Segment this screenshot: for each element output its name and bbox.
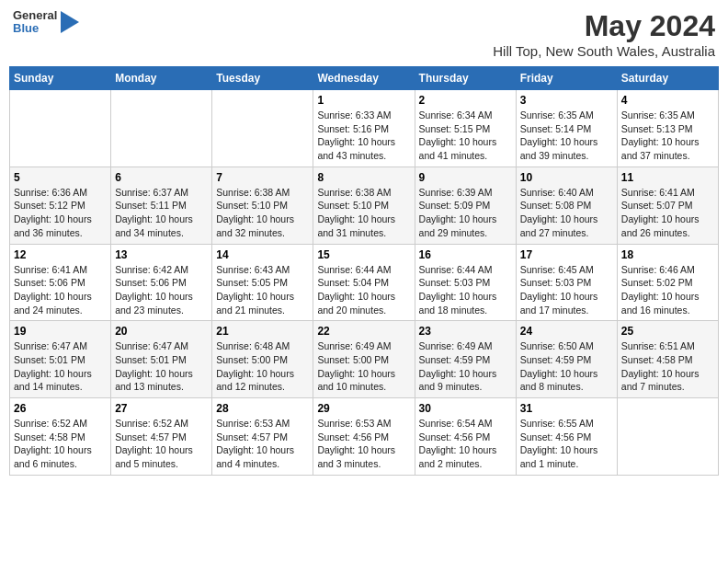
calendar-cell [111,90,212,167]
week-row-2: 5Sunrise: 6:36 AMSunset: 5:12 PMDaylight… [10,167,719,244]
calendar-cell: 18Sunrise: 6:46 AMSunset: 5:02 PMDayligh… [617,244,718,321]
calendar-cell: 17Sunrise: 6:45 AMSunset: 5:03 PMDayligh… [516,244,617,321]
calendar-cell: 20Sunrise: 6:47 AMSunset: 5:01 PMDayligh… [111,321,212,398]
calendar-cell: 2Sunrise: 6:34 AMSunset: 5:15 PMDaylight… [415,90,516,167]
weekday-header-tuesday: Tuesday [212,67,313,90]
week-row-3: 12Sunrise: 6:41 AMSunset: 5:06 PMDayligh… [10,244,719,321]
calendar-cell: 30Sunrise: 6:54 AMSunset: 4:56 PMDayligh… [415,398,516,476]
day-info: Sunrise: 6:54 AMSunset: 4:56 PMDaylight:… [419,417,512,471]
page-header: General Blue May 2024 Hill Top, New Sout… [9,9,719,59]
logo-icon [61,11,79,33]
week-row-5: 26Sunrise: 6:52 AMSunset: 4:58 PMDayligh… [10,398,719,476]
logo-line1: General [13,9,57,22]
calendar-cell: 22Sunrise: 6:49 AMSunset: 5:00 PMDayligh… [313,321,415,398]
day-number: 31 [520,402,613,415]
day-info: Sunrise: 6:48 AMSunset: 5:00 PMDaylight:… [216,339,309,394]
calendar-cell: 8Sunrise: 6:38 AMSunset: 5:10 PMDaylight… [313,167,415,244]
day-info: Sunrise: 6:53 AMSunset: 4:56 PMDaylight:… [317,417,410,471]
calendar-cell: 29Sunrise: 6:53 AMSunset: 4:56 PMDayligh… [313,398,415,476]
day-info: Sunrise: 6:47 AMSunset: 5:01 PMDaylight:… [14,339,107,394]
calendar-cell [10,90,111,167]
day-number: 23 [419,325,512,338]
day-number: 28 [216,402,309,415]
calendar-cell: 16Sunrise: 6:44 AMSunset: 5:03 PMDayligh… [415,244,516,321]
day-number: 4 [621,94,714,107]
logo-line2: Blue [13,22,57,35]
day-info: Sunrise: 6:50 AMSunset: 4:59 PMDaylight:… [520,339,613,394]
day-number: 20 [115,325,208,338]
calendar-table: SundayMondayTuesdayWednesdayThursdayFrid… [9,66,719,476]
calendar-cell: 5Sunrise: 6:36 AMSunset: 5:12 PMDaylight… [10,167,111,244]
day-number: 6 [115,171,208,184]
day-info: Sunrise: 6:39 AMSunset: 5:09 PMDaylight:… [419,186,512,240]
weekday-header-thursday: Thursday [415,67,516,90]
day-number: 22 [317,325,410,338]
calendar-cell: 4Sunrise: 6:35 AMSunset: 5:13 PMDaylight… [617,90,718,167]
day-info: Sunrise: 6:44 AMSunset: 5:04 PMDaylight:… [317,263,410,317]
day-info: Sunrise: 6:43 AMSunset: 5:05 PMDaylight:… [216,263,309,317]
week-row-1: 1Sunrise: 6:33 AMSunset: 5:16 PMDaylight… [10,90,719,167]
weekday-header-sunday: Sunday [10,67,111,90]
day-info: Sunrise: 6:46 AMSunset: 5:02 PMDaylight:… [621,263,714,317]
day-info: Sunrise: 6:41 AMSunset: 5:06 PMDaylight:… [14,263,107,317]
weekday-header-saturday: Saturday [617,67,718,90]
day-info: Sunrise: 6:38 AMSunset: 5:10 PMDaylight:… [317,186,410,240]
day-info: Sunrise: 6:47 AMSunset: 5:01 PMDaylight:… [115,339,208,394]
day-info: Sunrise: 6:37 AMSunset: 5:11 PMDaylight:… [115,186,208,240]
day-info: Sunrise: 6:42 AMSunset: 5:06 PMDaylight:… [115,263,208,317]
day-number: 21 [216,325,309,338]
calendar-cell: 9Sunrise: 6:39 AMSunset: 5:09 PMDaylight… [415,167,516,244]
logo-text: General Blue [13,9,57,36]
svg-marker-0 [61,11,79,33]
day-number: 27 [115,402,208,415]
day-number: 16 [419,248,512,261]
day-number: 1 [317,94,410,107]
calendar-cell: 11Sunrise: 6:41 AMSunset: 5:07 PMDayligh… [617,167,718,244]
calendar-cell: 28Sunrise: 6:53 AMSunset: 4:57 PMDayligh… [212,398,313,476]
day-number: 10 [520,171,613,184]
day-info: Sunrise: 6:40 AMSunset: 5:08 PMDaylight:… [520,186,613,240]
day-info: Sunrise: 6:34 AMSunset: 5:15 PMDaylight:… [419,109,512,163]
calendar-cell: 31Sunrise: 6:55 AMSunset: 4:56 PMDayligh… [516,398,617,476]
day-info: Sunrise: 6:53 AMSunset: 4:57 PMDaylight:… [216,417,309,471]
day-info: Sunrise: 6:35 AMSunset: 5:13 PMDaylight:… [621,109,714,163]
calendar-cell: 13Sunrise: 6:42 AMSunset: 5:06 PMDayligh… [111,244,212,321]
day-info: Sunrise: 6:52 AMSunset: 4:57 PMDaylight:… [115,417,208,471]
day-info: Sunrise: 6:55 AMSunset: 4:56 PMDaylight:… [520,417,613,471]
calendar-cell [617,398,718,476]
weekday-header-friday: Friday [516,67,617,90]
calendar-header: SundayMondayTuesdayWednesdayThursdayFrid… [10,67,719,90]
calendar-cell: 19Sunrise: 6:47 AMSunset: 5:01 PMDayligh… [10,321,111,398]
day-number: 25 [621,325,714,338]
calendar-cell: 15Sunrise: 6:44 AMSunset: 5:04 PMDayligh… [313,244,415,321]
day-number: 11 [621,171,714,184]
day-number: 29 [317,402,410,415]
day-info: Sunrise: 6:45 AMSunset: 5:03 PMDaylight:… [520,263,613,317]
title-block: May 2024 Hill Top, New South Wales, Aust… [493,9,715,59]
day-number: 14 [216,248,309,261]
page-title: May 2024 [493,9,715,43]
day-number: 26 [14,402,107,415]
day-info: Sunrise: 6:52 AMSunset: 4:58 PMDaylight:… [14,417,107,471]
weekday-header-row: SundayMondayTuesdayWednesdayThursdayFrid… [10,67,719,90]
calendar-cell: 14Sunrise: 6:43 AMSunset: 5:05 PMDayligh… [212,244,313,321]
day-number: 30 [419,402,512,415]
day-number: 17 [520,248,613,261]
calendar-cell: 1Sunrise: 6:33 AMSunset: 5:16 PMDaylight… [313,90,415,167]
day-number: 3 [520,94,613,107]
calendar-cell: 26Sunrise: 6:52 AMSunset: 4:58 PMDayligh… [10,398,111,476]
week-row-4: 19Sunrise: 6:47 AMSunset: 5:01 PMDayligh… [10,321,719,398]
calendar-cell: 12Sunrise: 6:41 AMSunset: 5:06 PMDayligh… [10,244,111,321]
day-number: 2 [419,94,512,107]
day-info: Sunrise: 6:49 AMSunset: 5:00 PMDaylight:… [317,339,410,394]
day-info: Sunrise: 6:36 AMSunset: 5:12 PMDaylight:… [14,186,107,240]
day-number: 24 [520,325,613,338]
logo: General Blue [13,9,79,36]
day-number: 7 [216,171,309,184]
day-info: Sunrise: 6:51 AMSunset: 4:58 PMDaylight:… [621,339,714,394]
day-number: 5 [14,171,107,184]
calendar-cell: 25Sunrise: 6:51 AMSunset: 4:58 PMDayligh… [617,321,718,398]
day-number: 19 [14,325,107,338]
calendar-cell: 7Sunrise: 6:38 AMSunset: 5:10 PMDaylight… [212,167,313,244]
page-subtitle: Hill Top, New South Wales, Australia [493,43,715,59]
